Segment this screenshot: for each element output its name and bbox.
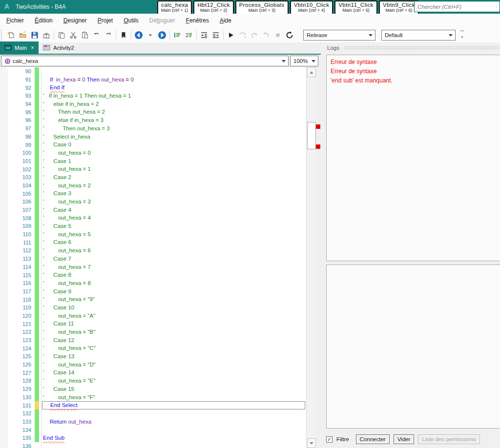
code-line-90[interactable]: 90 xyxy=(0,67,306,76)
profile-combo[interactable]: Default xyxy=(381,30,456,41)
scroll-down-icon[interactable] xyxy=(307,438,316,448)
menu-edition[interactable]: Édition xyxy=(29,14,58,27)
outdent-icon[interactable] xyxy=(198,29,210,41)
code-line-97[interactable]: 97' Then out_hexa = 3 xyxy=(0,124,306,133)
code-line-98[interactable]: 98' Select in_hexa xyxy=(0,133,306,141)
code-line-115[interactable]: 115' Case 8 xyxy=(0,271,306,279)
toolbar-overflow-icon[interactable]: ▔▾ xyxy=(460,31,464,39)
code-line-114[interactable]: 114' out_hexa = 7 xyxy=(0,263,306,271)
open-project-icon[interactable] xyxy=(17,29,29,41)
code-line-96[interactable]: 96' else if in_hexa = 3 xyxy=(0,116,306,124)
code-line-108[interactable]: 108' out_hexa = 4 xyxy=(0,214,306,222)
scroll-up-icon[interactable] xyxy=(307,67,316,77)
code-line-91[interactable]: 91If in_hexa = 0 Then out_hexa = 0 xyxy=(0,76,306,84)
code-line-130[interactable]: 130' out_hexa = "F" xyxy=(0,393,306,402)
code-line-104[interactable]: 104' out_hexa = 2 xyxy=(0,182,306,190)
code-line-124[interactable]: 124' out_hexa = "C" xyxy=(0,344,306,352)
filter-checkbox[interactable]: ✓ xyxy=(326,436,333,443)
code-line-107[interactable]: 107' Case 4 xyxy=(0,206,306,214)
clear-button[interactable]: Vider xyxy=(394,434,415,444)
code-line-95[interactable]: 95' Then out_hexa = 2 xyxy=(0,108,306,116)
logs-output[interactable]: Erreur de syntaxeErreur de syntaxe'end s… xyxy=(326,55,500,261)
connect-button[interactable]: Connecter xyxy=(356,434,390,444)
code-line-127[interactable]: 127' Case 14 xyxy=(0,368,306,377)
code-line-106[interactable]: 106' out_hexa = 3 xyxy=(0,198,306,206)
code-line-119[interactable]: 119' Case 10 xyxy=(0,304,306,312)
code-line-111[interactable]: 111' Case 6 xyxy=(0,238,306,246)
code-editor[interactable]: 9091If in_hexa = 0 Then out_hexa = 092En… xyxy=(0,67,306,448)
indent-icon[interactable] xyxy=(210,29,222,41)
code-line-93[interactable]: 93' If in_hexa = 1 Then out_hexa = 1 xyxy=(0,92,306,100)
close-icon[interactable]: × xyxy=(31,44,34,51)
nav-dropdown-icon[interactable] xyxy=(145,29,156,41)
paste-icon[interactable] xyxy=(79,29,91,41)
code-line-109[interactable]: 109' Case 5 xyxy=(0,222,306,230)
code-line-92[interactable]: 92End If xyxy=(0,83,306,92)
undo-icon[interactable] xyxy=(91,29,103,41)
code-line-103[interactable]: 103' Case 2 xyxy=(0,173,306,182)
quick-tab-Vbtn10_Click[interactable]: Vbtn10_ClickMain (ctrl + 4) xyxy=(290,0,333,15)
comment-block-icon[interactable] xyxy=(171,29,183,41)
sub-selector-combo[interactable]: calc_hexa xyxy=(1,56,289,66)
code-line-102[interactable]: 102' out_hexa = 1 xyxy=(0,165,306,173)
save-icon[interactable] xyxy=(29,29,41,41)
quick-tab-Vbtn11_Click[interactable]: Vbtn11_ClickMain (ctrl + 5) xyxy=(334,0,377,15)
error-marker[interactable] xyxy=(316,144,320,149)
tab-main[interactable]: Main× xyxy=(0,41,39,54)
rebuild-icon[interactable] xyxy=(284,29,295,41)
copy-icon[interactable] xyxy=(56,29,67,41)
code-line-99[interactable]: 99' Case 0 xyxy=(0,141,306,149)
code-line-128[interactable]: 128' out_hexa = "E" xyxy=(0,377,306,385)
menu-outils[interactable]: Outils xyxy=(118,14,144,27)
tab-activity2[interactable]: Activity2 xyxy=(39,41,79,54)
toolbar-grip[interactable] xyxy=(1,30,4,41)
redo-icon[interactable] xyxy=(103,29,114,41)
code-line-121[interactable]: 121' Case 11 xyxy=(0,320,306,328)
code-line-117[interactable]: 117' Case 9 xyxy=(0,287,306,296)
editor-vertical-scrollbar[interactable] xyxy=(306,67,316,448)
new-file-icon[interactable] xyxy=(5,29,17,41)
code-line-101[interactable]: 101' Case 1 xyxy=(0,157,306,165)
logs-drag-grip[interactable] xyxy=(344,46,499,50)
uncomment-block-icon[interactable]: 2 xyxy=(183,29,195,41)
menu-projet[interactable]: Projet xyxy=(92,14,118,27)
code-line-100[interactable]: 100' out_hexa = 0 xyxy=(0,149,306,157)
menu-aide[interactable]: Aide xyxy=(214,14,237,27)
code-line-125[interactable]: 125' Case 13 xyxy=(0,352,306,361)
code-line-105[interactable]: 105' Case 3 xyxy=(0,189,306,198)
quick-tab-Vbtn9_Click[interactable]: Vbtn9_ClickMain (ctrl + 6) xyxy=(379,0,419,15)
code-line-120[interactable]: 120' out_hexa = "A" xyxy=(0,312,306,320)
menu-designer[interactable]: Designer xyxy=(58,14,92,27)
bookmark-icon[interactable] xyxy=(118,29,129,41)
code-line-94[interactable]: 94' else if in_hexa = 2 xyxy=(0,100,306,108)
code-line-112[interactable]: 112' out_hexa = 6 xyxy=(0,246,306,255)
scrollbar-thumb[interactable] xyxy=(307,122,316,149)
nav-forward-icon[interactable] xyxy=(156,29,168,41)
nav-back-icon[interactable] xyxy=(133,29,145,41)
quick-tab-Hbt12_Click[interactable]: Hbt12_ClickMain (ctrl + 2) xyxy=(193,0,233,15)
code-line-132[interactable]: 132 xyxy=(0,409,306,418)
search-icon[interactable] xyxy=(496,3,497,11)
code-line-118[interactable]: 118' out_hexa = "9" xyxy=(0,295,306,304)
error-marker[interactable] xyxy=(316,124,320,129)
code-line-129[interactable]: 129' Case 15 xyxy=(0,385,306,393)
code-line-123[interactable]: 123' Case 12 xyxy=(0,336,306,345)
code-line-136[interactable]: 136 xyxy=(0,442,306,448)
code-line-116[interactable]: 116' out_hexa = 8 xyxy=(0,279,306,287)
run-icon[interactable] xyxy=(225,29,237,41)
logs-secondary-panel[interactable] xyxy=(326,265,500,428)
code-line-133[interactable]: 133Return out_hexa xyxy=(0,418,306,426)
code-line-122[interactable]: 122' out_hexa = "B" xyxy=(0,328,306,336)
build-configuration-combo[interactable]: Release xyxy=(303,30,375,41)
code-line-134[interactable]: 134 xyxy=(0,426,306,434)
code-line-135[interactable]: 135End Sub xyxy=(0,434,306,442)
quick-tab-Process_Globals[interactable]: Process_GlobalsMain (ctrl + 3) xyxy=(235,0,289,15)
code-line-110[interactable]: 110' out_hexa = 5 xyxy=(0,230,306,239)
menu-fichier[interactable]: Fichier xyxy=(1,14,29,27)
menu-fenetres[interactable]: Fenêtres xyxy=(181,14,214,27)
package-icon[interactable] xyxy=(41,29,52,41)
zoom-combo[interactable]: 100% xyxy=(290,56,318,66)
code-line-126[interactable]: 126' out_hexa = "D" xyxy=(0,361,306,369)
search-input[interactable] xyxy=(415,4,496,10)
quick-tab-calc_hexa[interactable]: calc_hexaMain (ctrl + 1) xyxy=(157,0,192,15)
